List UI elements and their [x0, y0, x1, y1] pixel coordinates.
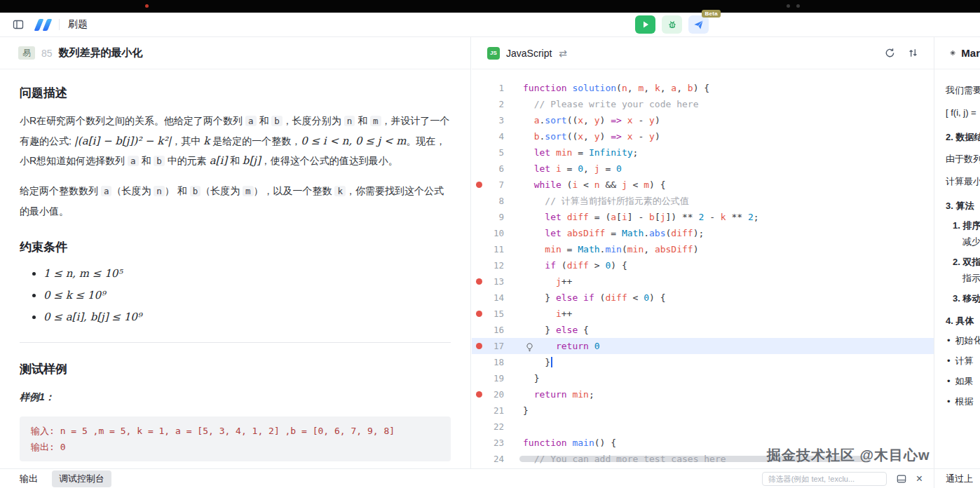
- header-divider: [59, 19, 60, 30]
- app-title: 刷题: [68, 18, 88, 31]
- line-number: 22: [486, 419, 504, 435]
- run-button[interactable]: [635, 15, 655, 34]
- ai-send-button[interactable]: Beta: [688, 15, 709, 34]
- code-text[interactable]: }: [504, 370, 539, 386]
- code-line[interactable]: 3 a.sort((x, y) => x - y): [472, 112, 934, 128]
- code-line[interactable]: 9 let diff = (a[i] - b[j]) ** 2 - k ** 2…: [472, 209, 934, 225]
- debug-button[interactable]: [662, 15, 682, 34]
- code-line[interactable]: 14 } else if (diff < 0) {: [472, 290, 934, 306]
- code-text[interactable]: } else {: [504, 322, 589, 338]
- code-line[interactable]: 12 if (diff > 0) {: [472, 257, 934, 273]
- beta-badge: Beta: [702, 10, 721, 18]
- problem-titlebar: 易 85 数列差异的最小化: [0, 37, 470, 69]
- play-icon: [641, 20, 650, 29]
- code-text[interactable]: let absDiff = Math.abs(diff);: [504, 225, 704, 241]
- inline-code: a: [245, 116, 257, 126]
- panel-layout-icon[interactable]: [897, 474, 906, 484]
- line-number: 21: [486, 402, 504, 419]
- breakpoint-dot[interactable]: [472, 177, 486, 193]
- bullet-marker: •: [947, 396, 951, 407]
- code-line[interactable]: 20 return min;: [472, 386, 934, 402]
- code-line[interactable]: 8 // 计算当前指针所指元素的公式值: [472, 193, 934, 209]
- close-console-icon[interactable]: ×: [916, 473, 923, 484]
- code-line[interactable]: 10 let absDiff = Math.abs(diff);: [472, 225, 934, 241]
- code-line[interactable]: 4 b.sort((x, y) => x - y): [472, 128, 934, 144]
- tab-debug-console[interactable]: 调试控制台: [52, 470, 111, 487]
- text-caret: [551, 357, 552, 367]
- diff-compare-icon[interactable]: [908, 48, 918, 58]
- console-filter-input[interactable]: [762, 472, 887, 486]
- problem-id: 85: [41, 48, 53, 59]
- code-text[interactable]: return min;: [504, 386, 594, 402]
- code-line[interactable]: 19 }: [472, 370, 934, 386]
- code-text[interactable]: let diff = (a[i] - b[j]) ** 2 - k ** 2;: [504, 209, 759, 225]
- language-label: JavaScript: [506, 48, 552, 59]
- code-line[interactable]: 13 j++: [472, 273, 934, 290]
- code-text[interactable]: // 计算当前指针所指元素的公式值: [504, 193, 689, 209]
- inline-code: a: [128, 156, 139, 166]
- line-number: 19: [486, 370, 504, 386]
- language-switch-icon[interactable]: ⇄: [559, 48, 567, 59]
- code-text[interactable]: function solution(n, m, k, a, b) {: [504, 80, 709, 96]
- code-text[interactable]: let i = 0, j = 0: [504, 161, 622, 177]
- code-line[interactable]: 2 // Please write your code here: [472, 96, 934, 112]
- code-text[interactable]: while (i < n && j < m) {: [504, 177, 666, 193]
- assistant-text: 计算最小: [946, 173, 980, 190]
- ai-response-content: 我们需要[ f(i, j) =2. 数据结由于数列计算最小3. 算法1. 排序减…: [934, 69, 980, 408]
- top-strip-red-dot: [145, 4, 149, 8]
- breakpoint-dot[interactable]: [472, 273, 486, 290]
- inline-text: 给定两个整数数列: [20, 185, 101, 196]
- editor-header: JS JavaScript ⇄: [472, 37, 934, 69]
- inline-text: ，长度分别为: [283, 115, 344, 126]
- bug-icon: [667, 20, 677, 29]
- breakpoint-dot[interactable]: [472, 338, 486, 354]
- code-line[interactable]: 1function solution(n, m, k, a, b) {: [472, 80, 934, 96]
- line-number: 13: [486, 273, 504, 290]
- code-text[interactable]: b.sort((x, y) => x - y): [504, 128, 660, 144]
- code-area[interactable]: 1function solution(n, m, k, a, b) {2 // …: [472, 70, 934, 468]
- code-text[interactable]: i++: [504, 306, 572, 322]
- code-text[interactable]: // Please write your code here: [504, 96, 698, 112]
- inline-text: 小R在研究两个数列之间的关系。他给定了两个数列: [20, 115, 245, 126]
- code-text[interactable]: } else if (diff < 0) {: [504, 290, 666, 306]
- breakpoint-dot[interactable]: [472, 386, 486, 402]
- code-line[interactable]: 6 let i = 0, j = 0: [472, 161, 934, 177]
- code-text[interactable]: return 0: [504, 338, 600, 354]
- code-line[interactable]: 22: [472, 419, 934, 435]
- sidebar-toggle-icon[interactable]: [10, 16, 27, 33]
- breakpoint-dot[interactable]: [472, 306, 486, 322]
- code-line[interactable]: 11 min = Math.min(min, absDiff): [472, 241, 934, 257]
- difficulty-badge: 易: [18, 46, 35, 60]
- code-line[interactable]: 16 } else {: [472, 322, 934, 338]
- code-line[interactable]: 17 return 0: [472, 338, 934, 354]
- code-text[interactable]: min = Math.min(min, absDiff): [504, 241, 699, 257]
- inline-text: ），以及一个整数: [254, 185, 335, 196]
- assistant-text: •初始化: [947, 334, 980, 347]
- inline-text: （长度为: [111, 185, 154, 196]
- reset-code-icon[interactable]: [885, 48, 895, 58]
- code-text[interactable]: function main() {: [504, 435, 616, 451]
- code-line[interactable]: 7 while (i < n && j < m) {: [472, 177, 934, 193]
- code-text[interactable]: }: [504, 354, 552, 370]
- assistant-text: 4. 具体: [946, 315, 980, 327]
- code-line[interactable]: 21}: [472, 402, 934, 419]
- line-number: 24: [486, 451, 504, 467]
- description-paragraph-1: 小R在研究两个数列之间的关系。他给定了两个数列 a 和 b，长度分别为 n 和 …: [20, 111, 451, 171]
- inline-code: k: [334, 186, 346, 196]
- section-heading-constraints: 约束条件: [20, 239, 451, 255]
- problem-panel: 易 85 数列差异的最小化 问题描述 小R在研究两个数列之间的关系。他给定了两个…: [0, 37, 471, 468]
- code-text[interactable]: if (diff > 0) {: [504, 257, 627, 273]
- code-text[interactable]: }: [504, 402, 529, 419]
- tab-output[interactable]: 输出: [20, 473, 38, 485]
- code-line[interactable]: 15 i++: [472, 306, 934, 322]
- code-text[interactable]: a.sort((x, y) => x - y): [504, 112, 660, 128]
- divider: [20, 342, 451, 343]
- code-line[interactable]: 18 }: [472, 354, 934, 370]
- line-number: 2: [486, 96, 504, 112]
- code-text[interactable]: let min = Infinity;: [504, 144, 638, 161]
- assistant-text: 2. 数据结: [946, 131, 980, 144]
- code-text[interactable]: j++: [504, 273, 572, 290]
- code-line[interactable]: 5 let min = Infinity;: [472, 144, 934, 161]
- paper-plane-icon: [693, 20, 704, 30]
- ai-footer-text: 通过上: [934, 468, 980, 488]
